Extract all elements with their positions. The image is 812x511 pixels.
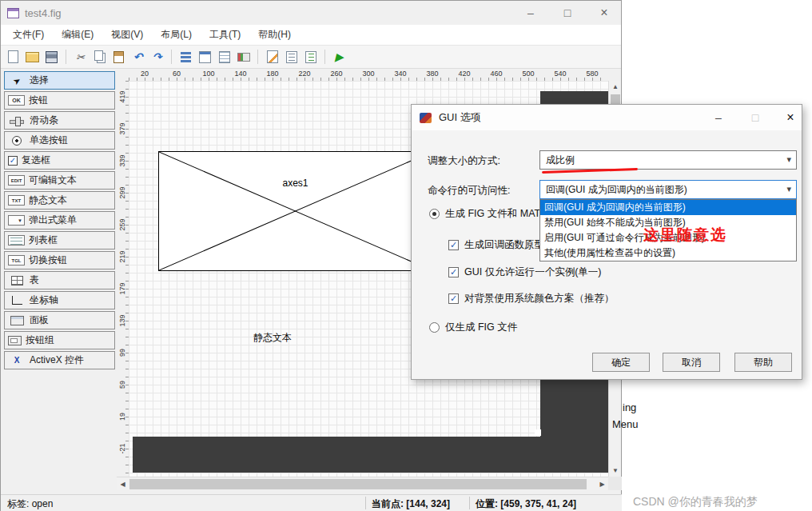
palette-item-radiobutton[interactable]: 单选按钮 <box>4 131 115 150</box>
palette-label: 选择 <box>30 74 49 87</box>
palette-label: 单选按钮 <box>30 134 68 147</box>
palette-item-pushbutton[interactable]: OK 按钮 <box>4 91 115 110</box>
figure-resize-handle[interactable] <box>535 429 541 436</box>
ruler-label: 500 <box>519 70 538 78</box>
tab-order-editor-icon[interactable] <box>216 49 233 66</box>
toolbar-separator <box>257 50 258 64</box>
close-icon[interactable]: × <box>591 1 618 25</box>
ruler-label: 299 <box>118 182 126 203</box>
palette-label: 表 <box>30 273 39 287</box>
checkbox-generate-callbacks[interactable]: ✓ 生成回调函数原型 <box>448 238 544 252</box>
palette-item-axes[interactable]: 坐标轴 <box>4 291 115 309</box>
axes-icon <box>8 295 26 306</box>
undo-icon[interactable]: ↶ <box>129 49 146 66</box>
radio-generate-fig-m[interactable]: 生成 FIG 文件和 MATLA <box>429 207 553 221</box>
palette-item-panel[interactable]: 面板 <box>4 311 115 329</box>
scroll-up-icon[interactable]: ▲ <box>609 81 622 93</box>
ruler-label: 20 <box>135 70 154 78</box>
open-file-icon[interactable] <box>24 49 41 66</box>
palette-label: 复选框 <box>22 154 50 167</box>
radio-selected-icon[interactable] <box>429 209 440 219</box>
menu-layout[interactable]: 布局(L) <box>152 24 201 46</box>
chevron-down-icon: ▾ <box>786 184 791 194</box>
object-browser-icon[interactable] <box>302 49 319 66</box>
paste-icon[interactable] <box>110 49 127 66</box>
axes-label: axes1 <box>159 178 432 189</box>
cancel-button[interactable]: 取消 <box>663 353 720 372</box>
axes-object[interactable]: axes1 <box>158 151 432 271</box>
resize-behavior-dropdown[interactable]: 成比例 ▾ <box>539 150 797 170</box>
scroll-left-icon[interactable]: ◀ <box>117 477 129 491</box>
palette-item-togglebutton[interactable]: TGL 切换按钮 <box>4 251 115 269</box>
horizontal-ruler: 20 60 100 140 180 220 260 300 340 380 42… <box>129 70 608 81</box>
ruler-label: 179 <box>118 278 126 299</box>
menu-edit[interactable]: 编辑(E) <box>53 24 102 46</box>
ruler-corner <box>117 71 129 81</box>
cursor-icon: ➤ <box>6 71 27 90</box>
cut-icon[interactable]: ✂ <box>72 49 89 66</box>
ruler-label: 220 <box>295 70 314 78</box>
menu-view[interactable]: 视图(V) <box>102 24 152 46</box>
radio-fig-only[interactable]: 仅生成 FIG 文件 <box>429 321 517 334</box>
editor-icon[interactable] <box>264 49 281 66</box>
align-objects-icon[interactable] <box>177 49 194 66</box>
scroll-right-icon[interactable]: ▶ <box>596 477 608 491</box>
property-inspector-icon[interactable] <box>283 49 300 66</box>
redo-icon[interactable]: ↷ <box>149 49 165 66</box>
menu-editor-icon[interactable] <box>197 49 213 66</box>
run-icon[interactable]: ▶ <box>331 49 348 66</box>
table-icon <box>11 276 23 285</box>
maximize-icon[interactable]: □ <box>554 1 581 25</box>
palette-label: 列表框 <box>29 234 58 247</box>
save-icon[interactable] <box>43 49 60 66</box>
dialog-minimize-icon[interactable]: – <box>706 105 731 130</box>
checkbox-system-colors[interactable]: ✓ 对背景使用系统颜色方案（推荐） <box>448 292 615 305</box>
palette-item-activex[interactable]: X ActiveX 控件 <box>4 351 115 369</box>
push-button-icon: OK <box>8 95 25 106</box>
horizontal-scrollbar[interactable]: ◀ ▶ <box>117 477 608 490</box>
checkbox-checked-icon[interactable]: ✓ <box>448 293 459 304</box>
dialog-close-icon[interactable]: × <box>778 105 803 130</box>
palette-label: 弹出式菜单 <box>29 214 77 227</box>
palette-item-checkbox[interactable]: ✓ 复选框 <box>4 151 115 170</box>
option-callback[interactable]: 回调(GUI 成为回调内的当前图形) <box>540 200 796 215</box>
palette-item-table[interactable]: 表 <box>4 271 115 289</box>
minimize-icon[interactable]: – <box>517 1 544 25</box>
ok-button[interactable]: 确定 <box>592 353 650 372</box>
palette-label: 可编辑文本 <box>29 174 77 187</box>
toolbar-editor-icon[interactable] <box>235 49 252 66</box>
palette-item-buttongroup[interactable]: 按钮组 <box>4 331 115 349</box>
horizontal-scroll-thumb[interactable] <box>129 479 587 489</box>
palette-item-select[interactable]: ➤ 选择 <box>4 71 115 90</box>
checkbox-singleton[interactable]: ✓ GUI 仅允许运行一个实例(单一) <box>448 265 602 279</box>
red-text-annotation: 这里随意选 <box>643 225 727 246</box>
desktop: test4.fig – □ × 文件(F) 编辑(E) 视图(V) 布局(L) … <box>0 0 812 511</box>
palette-item-edittext[interactable]: EDIT 可编辑文本 <box>4 171 115 190</box>
ruler-label: 99 <box>118 342 126 363</box>
menu-file[interactable]: 文件(F) <box>4 24 53 46</box>
cmdline-access-dropdown[interactable]: 回调(GUI 成为回调内的当前图形) ▾ <box>539 180 797 199</box>
scroll-down-icon[interactable]: ▼ <box>609 465 622 477</box>
static-text-object[interactable]: 静态文本 <box>253 331 292 345</box>
copy-icon[interactable] <box>91 49 108 66</box>
panel-icon <box>10 316 24 325</box>
menu-tools[interactable]: 工具(T) <box>201 24 249 46</box>
cmdline-access-value: 回调(GUI 成为回调内的当前图形) <box>546 183 687 197</box>
checkbox-checked-icon[interactable]: ✓ <box>448 267 459 277</box>
radio-unselected-icon[interactable] <box>429 322 440 333</box>
palette-label: ActiveX 控件 <box>30 353 84 367</box>
ruler-label: 419 <box>118 86 126 107</box>
palette-label: 按钮组 <box>26 333 54 347</box>
ruler-label: 180 <box>263 70 282 78</box>
gui-options-dialog: GUI 选项 – □ × 调整大小的方式: 成比例 ▾ 命令行的可访问性: 回调… <box>411 104 802 380</box>
new-file-icon[interactable] <box>5 49 22 66</box>
palette-item-slider[interactable]: 滑动条 <box>4 111 115 130</box>
checkbox-checked-icon[interactable]: ✓ <box>448 240 459 250</box>
resize-behavior-label: 调整大小的方式: <box>428 154 500 168</box>
help-button[interactable]: 帮助 <box>734 353 792 372</box>
menu-help[interactable]: 帮助(H) <box>249 24 300 46</box>
option-other[interactable]: 其他(使用属性检查器中的设置) <box>540 246 796 261</box>
palette-item-popupmenu[interactable]: ▼ 弹出式菜单 <box>4 211 115 230</box>
palette-item-listbox[interactable]: 列表框 <box>4 231 115 250</box>
palette-item-statictext[interactable]: TXT 静态文本 <box>4 191 115 210</box>
